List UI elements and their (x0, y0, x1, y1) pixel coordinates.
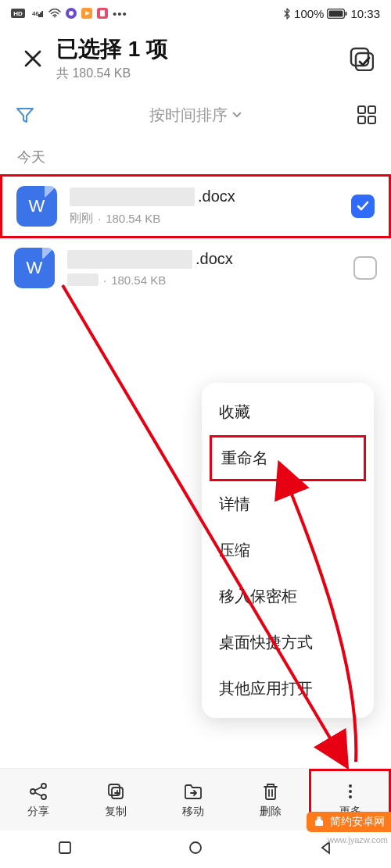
context-menu: 收藏 重命名 详情 压缩 移入保密柜 桌面快捷方式 其他应用打开 (202, 383, 374, 718)
trash-icon (260, 781, 281, 802)
toolbar-row: 按时间排序 (0, 90, 391, 140)
svg-point-30 (317, 818, 318, 819)
svg-rect-11 (329, 10, 343, 16)
clock: 10:33 (350, 7, 380, 20)
menu-details[interactable]: 详情 (202, 481, 374, 527)
status-bar: HD 46 ••• 100% 10:33 (0, 0, 391, 27)
menu-rename[interactable]: 重命名 (210, 435, 366, 481)
file-name: .docx (67, 250, 353, 269)
wifi-icon (48, 9, 61, 18)
word-file-icon: W (14, 248, 55, 288)
svg-rect-26 (59, 842, 70, 853)
file-meta: ·180.54 KB (67, 273, 353, 287)
action-delete[interactable]: 删除 (231, 769, 309, 830)
select-all-button[interactable] (346, 43, 377, 74)
action-share[interactable]: 分享 (0, 769, 77, 830)
svg-point-27 (190, 842, 201, 853)
signal-4g-icon: 46 (30, 9, 44, 18)
selection-header: 已选择 1 项 共 180.54 KB (0, 27, 391, 90)
sort-label-text: 按时间排序 (149, 105, 228, 126)
file-row[interactable]: W .docx ·180.54 KB (0, 238, 391, 298)
nav-home[interactable] (188, 840, 203, 859)
file-checkbox[interactable] (353, 256, 377, 280)
close-button[interactable] (14, 40, 52, 77)
battery-icon (327, 9, 347, 19)
svg-point-19 (41, 784, 46, 788)
status-left: HD 46 ••• (11, 7, 127, 20)
svg-point-24 (349, 790, 352, 793)
filter-button[interactable] (14, 104, 45, 126)
nav-recent[interactable] (57, 840, 73, 859)
svg-text:HD: HD (13, 10, 23, 17)
svg-rect-17 (368, 116, 375, 123)
more-notifications-icon: ••• (113, 7, 127, 20)
svg-rect-16 (358, 116, 365, 123)
sort-dropdown[interactable]: 按时间排序 (45, 105, 346, 126)
move-icon (183, 781, 203, 802)
selection-subtitle: 共 180.54 KB (56, 66, 346, 82)
filter-icon (14, 104, 36, 126)
close-icon (23, 48, 43, 69)
select-all-icon (349, 46, 374, 71)
watermark-url: www.jyazw.com (328, 835, 388, 845)
grid-icon (357, 105, 377, 125)
svg-point-31 (320, 818, 321, 819)
app-icon-1 (66, 8, 77, 19)
menu-open-with[interactable]: 其他应用打开 (202, 666, 374, 712)
android-icon (313, 816, 325, 828)
svg-point-29 (317, 816, 321, 821)
svg-point-18 (30, 789, 35, 794)
svg-rect-8 (100, 10, 105, 16)
menu-move-to-safe[interactable]: 移入保密柜 (202, 573, 374, 620)
copy-icon (106, 781, 126, 802)
menu-favorite[interactable]: 收藏 (202, 389, 374, 435)
file-meta: 刚刚·180.54 KB (70, 211, 351, 226)
share-icon (28, 781, 48, 802)
section-today: 今天 (0, 140, 391, 174)
chevron-down-icon (232, 112, 242, 118)
svg-point-20 (41, 795, 46, 799)
selection-title: 已选择 1 项 (56, 34, 346, 64)
svg-point-23 (349, 784, 352, 788)
svg-rect-28 (315, 820, 323, 826)
svg-rect-10 (346, 12, 347, 16)
svg-rect-14 (358, 106, 365, 113)
view-grid-button[interactable] (346, 105, 377, 125)
file-row[interactable]: W .docx 刚刚·180.54 KB (0, 174, 391, 238)
svg-point-25 (349, 795, 352, 798)
menu-compress[interactable]: 压缩 (202, 527, 374, 573)
bluetooth-icon (283, 8, 291, 20)
word-file-icon: W (16, 186, 57, 227)
menu-shortcut[interactable]: 桌面快捷方式 (202, 620, 374, 666)
status-right: 100% 10:33 (283, 7, 380, 20)
more-vertical-icon (340, 781, 361, 802)
app-icon-2 (81, 8, 92, 19)
app-icon-3 (97, 8, 108, 19)
watermark-badge: 简约安卓网 (307, 812, 391, 832)
check-icon (356, 199, 370, 213)
battery-percent: 100% (294, 7, 324, 20)
svg-rect-15 (368, 106, 375, 113)
file-name: .docx (70, 188, 351, 206)
svg-point-3 (54, 16, 56, 18)
svg-point-5 (69, 11, 74, 16)
action-move[interactable]: 移动 (155, 769, 232, 830)
hd-icon: HD (11, 9, 25, 18)
action-copy[interactable]: 复制 (77, 769, 155, 830)
file-checkbox[interactable] (351, 195, 375, 218)
